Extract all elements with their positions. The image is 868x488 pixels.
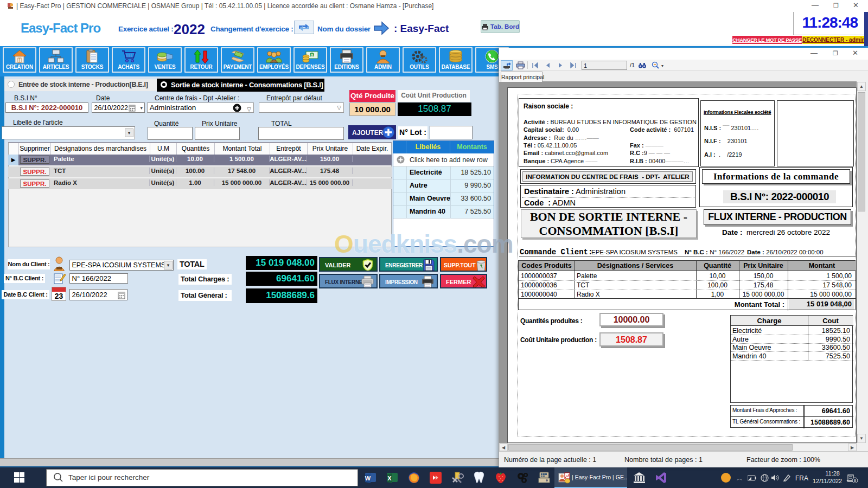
svg-text:X: X xyxy=(387,475,392,481)
svg-text:W: W xyxy=(365,475,371,481)
svg-text:0: 0 xyxy=(310,53,313,58)
svg-text:8: 8 xyxy=(854,479,856,483)
